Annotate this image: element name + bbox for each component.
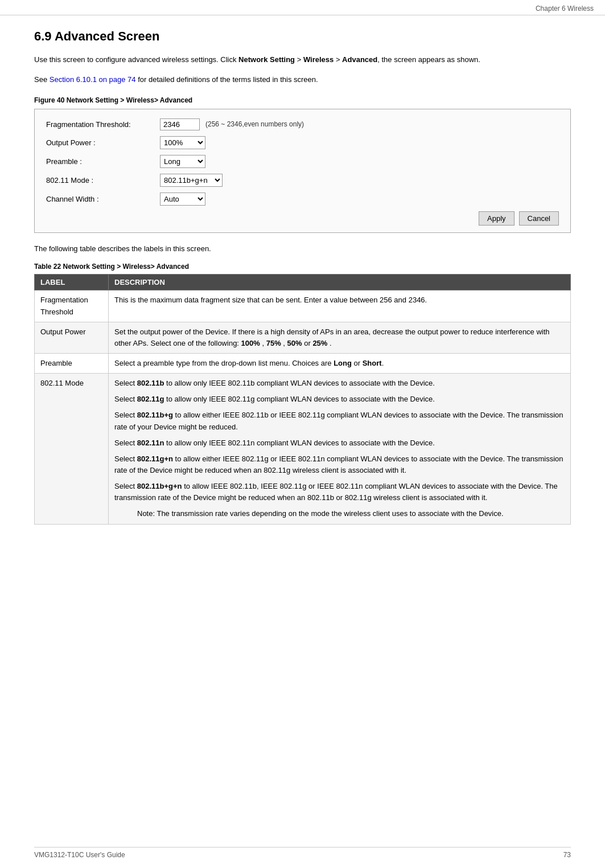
- see-also-pre: See: [34, 75, 50, 84]
- intro-bold-3: Advanced: [342, 55, 377, 64]
- row-label-preamble: Preamble: [35, 353, 109, 373]
- row-label-fragmentation: Fragmentation Threshold: [35, 290, 109, 322]
- intro-text-2: >: [295, 55, 303, 64]
- mode-select[interactable]: 802.11b 802.11g 802.11b+g 802.11n 802.11…: [160, 174, 223, 187]
- description-table: LABEL DESCRIPTION Fragmentation Threshol…: [34, 274, 571, 524]
- footer-left: VMG1312-T10C User's Guide: [34, 851, 125, 859]
- intro-text-3: >: [334, 55, 342, 64]
- intro-bold-1: Network Setting: [238, 55, 295, 64]
- following-text: The following table describes the labels…: [34, 243, 571, 255]
- mode-label: 802.11 Mode :: [46, 176, 160, 185]
- intro-bold-2: Wireless: [303, 55, 334, 64]
- screen-box: Fragmentation Threshold: (256 ~ 2346,eve…: [34, 109, 571, 233]
- footer-right: 73: [563, 851, 571, 859]
- channel-width-label: Channel Width :: [46, 195, 160, 203]
- apply-button[interactable]: Apply: [479, 211, 515, 226]
- row-desc-output-power: Set the output power of the Device. If t…: [109, 322, 571, 353]
- intro-text-4: , the screen appears as shown.: [377, 55, 480, 64]
- see-also-post: for detailed definitions of the terms li…: [136, 75, 318, 84]
- cancel-button[interactable]: Cancel: [519, 211, 559, 226]
- fragmentation-label: Fragmentation Threshold:: [46, 120, 160, 129]
- intro-paragraph: Use this screen to configure advanced wi…: [34, 54, 571, 66]
- table-row: Preamble Select a preamble type from the…: [35, 353, 571, 373]
- page-title: 6.9 Advanced Screen: [34, 29, 571, 44]
- row-desc-mode: Select 802.11b to allow only IEEE 802.11…: [109, 374, 571, 524]
- row-label-mode: 802.11 Mode: [35, 374, 109, 524]
- screen-buttons: Apply Cancel: [46, 211, 559, 226]
- chapter-title: Chapter 6 Wireless: [536, 5, 594, 13]
- fragmentation-input[interactable]: [160, 118, 200, 130]
- fragmentation-row: Fragmentation Threshold: (256 ~ 2346,eve…: [46, 118, 559, 130]
- page-footer: VMG1312-T10C User's Guide 73: [34, 847, 571, 859]
- fragmentation-hint: (256 ~ 2346,even numbers only): [205, 120, 304, 128]
- preamble-label: Preamble :: [46, 157, 160, 166]
- mode-row: 802.11 Mode : 802.11b 802.11g 802.11b+g …: [46, 174, 559, 187]
- intro-text-1: Use this screen to configure advanced wi…: [34, 55, 238, 64]
- table-caption: Table 22 Network Setting > Wireless> Adv…: [34, 263, 571, 271]
- see-also-paragraph: See Section 6.10.1 on page 74 for detail…: [34, 74, 571, 86]
- output-power-label: Output Power :: [46, 138, 160, 147]
- table-row: Fragmentation Threshold This is the maxi…: [35, 290, 571, 322]
- row-desc-fragmentation: This is the maximum data fragment size t…: [109, 290, 571, 322]
- channel-width-select[interactable]: Auto 20MHz 40MHz: [160, 193, 205, 206]
- page-header: Chapter 6 Wireless: [0, 0, 605, 15]
- preamble-row: Preamble : Long Short: [46, 155, 559, 168]
- preamble-select[interactable]: Long Short: [160, 155, 205, 168]
- see-also-link[interactable]: Section 6.10.1 on page 74: [50, 75, 136, 84]
- table-header-label: LABEL: [35, 275, 109, 290]
- figure-caption: Figure 40 Network Setting > Wireless> Ad…: [34, 96, 571, 104]
- row-desc-preamble: Select a preamble type from the drop-dow…: [109, 353, 571, 373]
- table-header-description: DESCRIPTION: [109, 275, 571, 290]
- table-row: 802.11 Mode Select 802.11b to allow only…: [35, 374, 571, 524]
- output-power-row: Output Power : 100% 75% 50% 25%: [46, 136, 559, 149]
- row-label-output-power: Output Power: [35, 322, 109, 353]
- channel-width-row: Channel Width : Auto 20MHz 40MHz: [46, 193, 559, 206]
- output-power-select[interactable]: 100% 75% 50% 25%: [160, 136, 205, 149]
- table-row: Output Power Set the output power of the…: [35, 322, 571, 353]
